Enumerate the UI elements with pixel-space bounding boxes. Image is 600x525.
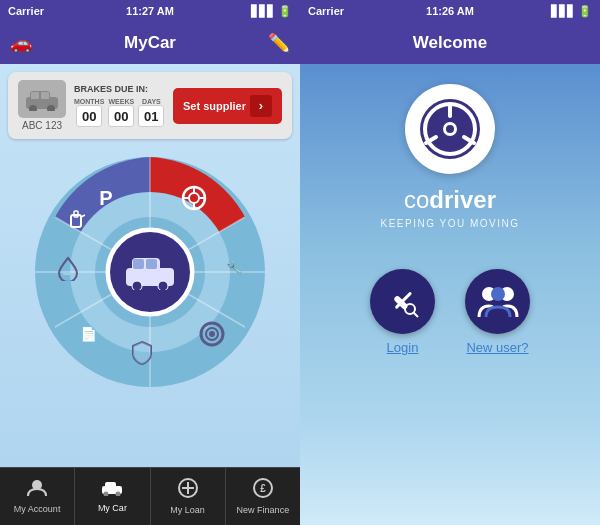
insurance-icon[interactable] <box>126 337 158 369</box>
screen1-mycar: Carrier 11:27 AM ▋▋▋ 🔋 🚗 MyCar ✏️ <box>0 0 300 525</box>
nav-bar-1: 🚗 MyCar ✏️ <box>0 22 300 64</box>
battery-icon-2: 🔋 <box>578 5 592 18</box>
svg-rect-40 <box>105 482 116 489</box>
my-account-icon <box>26 479 48 502</box>
time-label-1: 11:27 AM <box>126 5 174 17</box>
car-silhouette <box>24 87 60 111</box>
days-value: 01 <box>138 105 164 127</box>
brakes-info: BRAKES DUE IN: MONTHS 00 WEEKS 00 DAYS 0… <box>74 84 165 127</box>
car-nav-icon[interactable]: 🚗 <box>10 32 32 54</box>
codriver-logo <box>405 84 495 174</box>
new-finance-icon: £ <box>253 478 273 503</box>
days-counter: DAYS 01 <box>138 98 164 127</box>
tab-my-account[interactable]: My Account <box>0 468 75 525</box>
brakes-title: BRAKES DUE IN: <box>74 84 165 94</box>
my-car-icon <box>101 480 123 501</box>
coolant-icon[interactable] <box>52 252 84 284</box>
new-user-button-wrap[interactable]: New user? <box>465 269 530 355</box>
nav-title-2: Welcome <box>413 33 487 53</box>
edit-icon[interactable]: ✏️ <box>268 32 290 54</box>
supplier-arrow-icon: › <box>250 95 272 117</box>
new-finance-label: New Finance <box>237 505 290 515</box>
svg-point-21 <box>132 281 142 290</box>
center-car-icon[interactable] <box>110 232 190 312</box>
tab-my-car[interactable]: My Car <box>75 468 150 525</box>
svg-point-26 <box>189 193 199 203</box>
new-user-btn-circle[interactable] <box>465 269 530 334</box>
weeks-label: WEEKS <box>109 98 135 105</box>
months-counter: MONTHS 00 <box>74 98 104 127</box>
screwdriver-key-icon <box>384 283 422 321</box>
months-value: 00 <box>76 105 102 127</box>
codriver-tagline: KEEPING YOU MOVING <box>380 218 519 229</box>
center-car-svg <box>124 254 176 290</box>
tab-new-finance[interactable]: £ New Finance <box>226 468 300 525</box>
my-car-label: My Car <box>98 503 127 513</box>
oil-icon[interactable] <box>62 202 94 234</box>
svg-rect-23 <box>133 259 144 269</box>
svg-rect-4 <box>31 92 39 99</box>
tab-my-loan[interactable]: My Loan <box>151 468 226 525</box>
brand-name: co driver <box>404 186 496 218</box>
tab-bar: My Account My Car My Loan <box>0 467 300 525</box>
brand-driver: driver <box>429 186 496 214</box>
main-content-2: co driver KEEPING YOU MOVING Login <box>300 64 600 525</box>
svg-point-22 <box>158 281 168 290</box>
weeks-value: 00 <box>108 105 134 127</box>
svg-line-58 <box>413 312 418 317</box>
people-group-icon <box>477 283 519 321</box>
screen2-welcome: Carrier 11:26 AM ▋▋▋ 🔋 Welcome <box>300 0 600 525</box>
status-bar-2: Carrier 11:26 AM ▋▋▋ 🔋 <box>300 0 600 22</box>
my-account-label: My Account <box>14 504 61 514</box>
status-icons-1: ▋▋▋ 🔋 <box>251 5 292 18</box>
svg-point-54 <box>446 125 454 133</box>
nav-bar-2: Welcome <box>300 22 600 64</box>
weeks-counter: WEEKS 00 <box>108 98 134 127</box>
new-user-label: New user? <box>466 340 528 355</box>
tyre-icon[interactable] <box>196 318 228 350</box>
login-label: Login <box>387 340 419 355</box>
months-label: MONTHS <box>74 98 104 105</box>
set-supplier-button[interactable]: Set supplier › <box>173 88 282 124</box>
svg-point-61 <box>491 287 505 301</box>
svg-rect-24 <box>146 259 157 269</box>
radial-menu[interactable]: P 🔧 <box>30 152 270 392</box>
time-label-2: 11:26 AM <box>426 5 474 17</box>
carrier-label-2: Carrier <box>308 5 344 17</box>
steering-wheel-svg <box>417 96 483 162</box>
service-card: ABC 123 BRAKES DUE IN: MONTHS 00 WEEKS 0… <box>8 72 292 139</box>
parking-icon[interactable]: P <box>90 182 122 214</box>
main-content-1: ABC 123 BRAKES DUE IN: MONTHS 00 WEEKS 0… <box>0 64 300 467</box>
carrier-label-1: Carrier <box>8 5 44 17</box>
supplier-btn-label: Set supplier <box>183 100 246 112</box>
document-icon[interactable]: 📄 <box>72 318 104 350</box>
status-icons-2: ▋▋▋ 🔋 <box>551 5 592 18</box>
car-plate: ABC 123 <box>22 120 62 131</box>
my-loan-icon <box>178 478 198 503</box>
svg-rect-5 <box>41 92 49 99</box>
my-loan-label: My Loan <box>170 505 205 515</box>
svg-text:£: £ <box>260 483 266 494</box>
login-btn-circle[interactable] <box>370 269 435 334</box>
battery-icon-1: 🔋 <box>278 5 292 18</box>
car-icon-wrap: ABC 123 <box>18 80 66 131</box>
days-label: DAYS <box>142 98 161 105</box>
welcome-buttons: Login New user? <box>370 269 530 355</box>
wifi-icon-2: ▋▋▋ <box>551 5 575 18</box>
brake-icon[interactable] <box>178 182 210 214</box>
nav-title-1: MyCar <box>124 33 176 53</box>
wrench-icon[interactable]: 🔧 <box>218 252 250 284</box>
login-button-wrap[interactable]: Login <box>370 269 435 355</box>
brakes-counters: MONTHS 00 WEEKS 00 DAYS 01 <box>74 98 165 127</box>
status-bar-1: Carrier 11:27 AM ▋▋▋ 🔋 <box>0 0 300 22</box>
car-image-box <box>18 80 66 118</box>
svg-point-33 <box>209 331 215 337</box>
wifi-icon-1: ▋▋▋ <box>251 5 275 18</box>
brand-co: co <box>404 186 429 214</box>
